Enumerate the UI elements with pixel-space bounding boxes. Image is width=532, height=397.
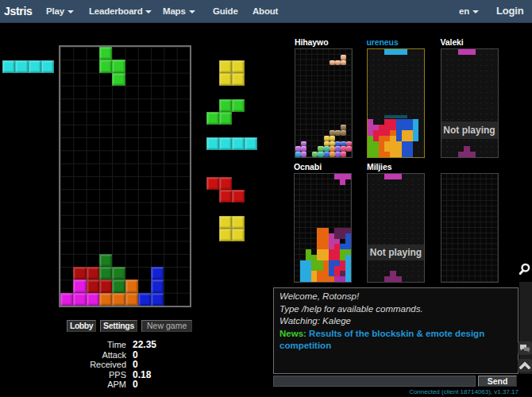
tetromino-block xyxy=(219,73,232,86)
stat-label: APM xyxy=(107,380,126,390)
chat-input[interactable] xyxy=(273,376,476,387)
tetromino-block xyxy=(345,249,351,255)
tetromino-block xyxy=(329,276,334,282)
tetromino-block xyxy=(330,130,335,136)
tetromino-block xyxy=(390,174,396,179)
navbar: Jstris PlayLeaderboardMapsGuideAbout en … xyxy=(0,0,532,23)
tetromino-block xyxy=(334,255,340,260)
nav-item-about[interactable]: About xyxy=(253,0,278,22)
tetromino-block xyxy=(219,112,232,125)
stat-value: 0 xyxy=(133,380,138,390)
tetromino-block xyxy=(29,60,41,73)
connection-status: Connected (client 18714063), v1.37.17 xyxy=(409,388,519,395)
chevron-down-icon xyxy=(145,10,152,13)
tetromino-block xyxy=(402,119,407,125)
nav-item-label: About xyxy=(253,6,278,16)
tetromino-block xyxy=(151,279,164,293)
tetromino-block xyxy=(402,136,407,141)
chevron-down-icon xyxy=(189,10,195,13)
brand-logo[interactable]: Jstris xyxy=(4,0,33,22)
nav-language[interactable]: en xyxy=(459,0,479,22)
nav-item-play[interactable]: Play xyxy=(46,0,74,22)
tetromino-block xyxy=(373,146,379,152)
tetromino-block xyxy=(311,255,317,260)
tetromino-block xyxy=(379,136,384,141)
tetromino-block xyxy=(396,146,402,152)
tetromino-block xyxy=(396,119,402,125)
stat-row: Received0 xyxy=(0,360,191,370)
tetromino-block xyxy=(341,55,346,60)
new-game-button[interactable]: New game xyxy=(141,320,192,332)
tetromino-block xyxy=(219,190,232,202)
tetromino-block xyxy=(390,130,396,136)
tetromino-block xyxy=(330,152,335,157)
zoom-button[interactable] xyxy=(519,263,530,276)
tetromino-block xyxy=(99,279,112,293)
tetromino-block xyxy=(323,228,329,233)
tetromino-block xyxy=(330,141,335,146)
nav-login[interactable]: Login xyxy=(496,0,523,22)
tetromino-block xyxy=(470,152,476,157)
tetromino-block xyxy=(470,49,476,55)
tetromino-block xyxy=(311,260,317,266)
tetromino-block xyxy=(99,60,112,73)
tetromino-block xyxy=(390,49,396,55)
tetromino-block xyxy=(413,125,418,130)
tetromino-block xyxy=(340,249,345,255)
tetromino-block xyxy=(384,115,390,118)
tetromino-block xyxy=(99,47,112,60)
not-playing-band: Not playing xyxy=(441,121,498,139)
tetromino-block xyxy=(323,249,329,255)
tetromino-block xyxy=(317,260,323,266)
tetromino-block xyxy=(407,125,413,130)
tetromino-block xyxy=(330,136,335,141)
nav-item-maps[interactable]: Maps xyxy=(163,0,195,22)
stat-label: PPS xyxy=(109,370,126,380)
tetromino-block xyxy=(330,146,335,152)
tetromino-block xyxy=(232,190,245,202)
chevron-down-icon xyxy=(67,10,74,13)
tetromino-block xyxy=(245,137,257,150)
tetromino-block xyxy=(329,233,334,239)
tetromino-block xyxy=(345,260,351,266)
tetromino-block xyxy=(341,152,346,157)
tetromino-block xyxy=(341,130,346,136)
news-link[interactable]: Results of the blockskin & emote design … xyxy=(279,329,484,351)
tetromino-block xyxy=(334,260,340,266)
tetromino-block xyxy=(390,146,396,152)
send-button[interactable]: Send xyxy=(478,376,517,387)
tetromino-block xyxy=(306,260,311,266)
tetromino-block xyxy=(384,130,390,136)
chat-toggle-button[interactable] xyxy=(518,341,532,355)
tetromino-block xyxy=(318,146,324,152)
tetromino-block xyxy=(464,146,470,152)
tetromino-block xyxy=(317,271,323,276)
nav-item-leaderboard[interactable]: Leaderboard xyxy=(89,0,152,22)
tetromino-block xyxy=(368,136,373,141)
tetromino-block xyxy=(396,136,402,141)
tetromino-block xyxy=(345,255,351,260)
tetromino-block xyxy=(323,255,329,260)
tetromino-block xyxy=(300,276,306,282)
tetromino-block xyxy=(206,177,219,190)
tetromino-block xyxy=(373,125,379,130)
nav-item-label: Leaderboard xyxy=(89,6,142,16)
lobby-button[interactable]: Lobby xyxy=(67,320,96,332)
not-playing-band: Not playing xyxy=(368,245,424,260)
tetromino-block xyxy=(340,244,345,249)
tetromino-block xyxy=(311,271,317,276)
tetromino-block xyxy=(125,293,138,306)
nav-language-label: en xyxy=(459,6,469,16)
scroll-up-button[interactable] xyxy=(518,359,532,372)
tetromino-block xyxy=(99,267,112,279)
hold-piece-area xyxy=(2,60,55,74)
settings-button[interactable]: Settings xyxy=(100,320,137,332)
tetromino-block xyxy=(458,49,464,55)
nav-item-guide[interactable]: Guide xyxy=(213,0,238,22)
tetromino-block xyxy=(324,152,330,157)
tetromino-block xyxy=(340,228,345,233)
tetromino-block xyxy=(384,174,390,179)
tetromino-block xyxy=(232,229,245,241)
tetromino-block xyxy=(458,152,464,157)
tetromino-block xyxy=(329,260,334,266)
